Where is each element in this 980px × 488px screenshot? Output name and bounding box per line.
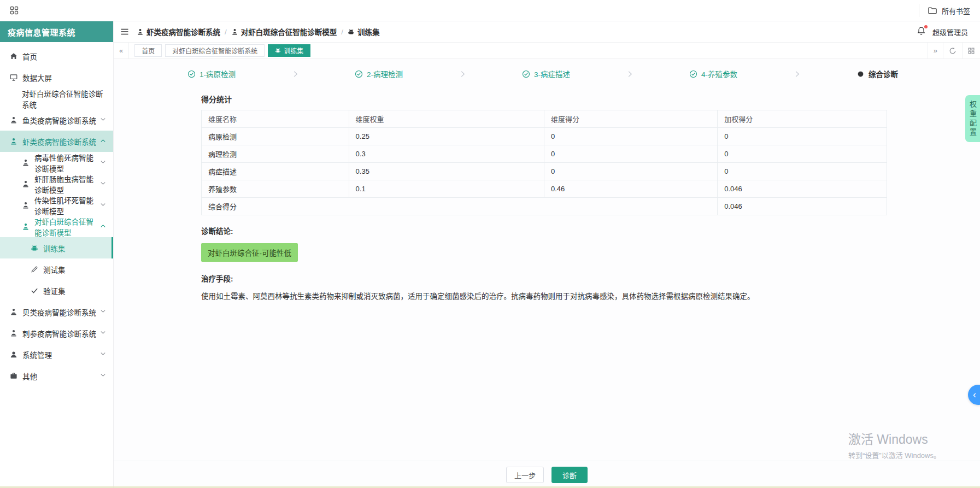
chevron-down-icon [99, 116, 107, 125]
sidebar-item-verify-set[interactable]: 验证集 [0, 280, 113, 301]
layout-grid-icon[interactable] [962, 43, 980, 58]
sidebar-item-wssv-model[interactable]: 对虾白斑综合征智能诊断模型 [0, 216, 113, 237]
notification-badge [924, 25, 928, 28]
tabbar-tools: » [928, 43, 980, 58]
sidebar-item-label: 对虾白斑综合征智能诊断系统 [22, 88, 107, 110]
breadcrumb-label: 训练集 [357, 26, 380, 37]
breadcrumb-item[interactable]: 对虾白斑综合征智能诊断模型 [231, 26, 337, 37]
step-arrow-icon [403, 69, 522, 79]
sidebar-item-other[interactable]: 其他 [0, 365, 113, 386]
model-icon [137, 28, 144, 36]
step-4-养殖参数[interactable]: 4-养殖参数 [689, 68, 737, 79]
chevron-down-icon [99, 308, 107, 316]
collapse-menu-icon[interactable] [120, 28, 129, 36]
score-cell: 0 [718, 145, 887, 163]
model-icon [22, 223, 30, 231]
tab-对虾白斑综合征智能诊断系统[interactable]: 对虾白斑综合征智能诊断系统 [165, 44, 265, 57]
step-label: 综合诊断 [868, 68, 898, 79]
table-row: 病理检测0.300 [202, 145, 887, 163]
score-cell: 0.046 [718, 180, 887, 198]
chevron-down-icon [99, 201, 107, 210]
sidebar-menu: 首页数据大屏对虾白斑综合征智能诊断系统鱼类疫病智能诊断系统虾类疫病智能诊断系统病… [0, 42, 113, 488]
step-arrow-icon [236, 69, 355, 79]
current-user[interactable]: 超级管理员 [932, 27, 968, 37]
sidebar-item-shellfish-system[interactable]: 贝类疫病智能诊断系统 [0, 301, 113, 322]
content: 1-病原检测2-病理检测3-病症描述4-养殖参数综合诊断 得分统计 维度名称维度… [114, 59, 980, 488]
sidebar-item-imn-model[interactable]: 传染性肌坏死智能诊断模型 [0, 195, 113, 216]
breadcrumb-item[interactable]: 训练集 [348, 26, 380, 37]
step-check-icon [187, 70, 196, 78]
diagnosis-result-badge: 对虾白斑综合征-可能性低 [201, 243, 298, 262]
chevron-down-icon [99, 158, 107, 167]
wizard-steps: 1-病原检测2-病理检测3-病症描述4-养殖参数综合诊断 [114, 59, 980, 84]
home-icon [10, 52, 17, 60]
step-check-icon [355, 70, 363, 78]
step-label: 2-病理检测 [367, 68, 403, 79]
model-icon [231, 28, 238, 36]
sidebar-item-ehp-model[interactable]: 虾肝肠胞虫病智能诊断模型 [0, 173, 113, 195]
tab-label: 首页 [142, 46, 155, 55]
sidebar-item-seacucumber-system[interactable]: 刺参疫病智能诊断系统 [0, 322, 113, 344]
notifications-bell-icon[interactable] [917, 26, 926, 38]
table-row-total: 综合得分0.046 [202, 198, 887, 215]
sidebar-item-viral-covert-model[interactable]: 病毒性偷死病智能诊断模型 [0, 152, 113, 173]
step-check-icon [689, 70, 697, 78]
sidebar-item-fish-system[interactable]: 鱼类疫病智能诊断系统 [0, 109, 113, 131]
model-icon [22, 159, 30, 167]
sidebar-item-shrimp-system[interactable]: 虾类疫病智能诊断系统 [0, 131, 113, 152]
sidebar-item-data-screen[interactable]: 数据大屏 [0, 67, 113, 88]
previous-step-button[interactable]: 上一步 [506, 467, 544, 483]
sidebar-item-label: 验证集 [43, 285, 66, 296]
sidebar-item-label: 训练集 [43, 243, 66, 254]
weight-config-label: 权重配置 [967, 101, 978, 138]
panel-toggle-button[interactable]: ‹ [968, 385, 980, 405]
score-table-header: 维度名称维度权重维度得分加权得分 [202, 110, 887, 128]
weight-config-tab[interactable]: 权重配置 [965, 95, 980, 142]
all-bookmarks[interactable]: 所有书签 [919, 4, 970, 17]
breadcrumb-item[interactable]: 虾类疫病智能诊断系统 [137, 26, 220, 37]
chevron-down-icon [99, 329, 107, 338]
folder-icon [928, 7, 937, 14]
step-1-病原检测[interactable]: 1-病原检测 [187, 68, 236, 79]
tabs-scroll-left-icon[interactable]: « [114, 43, 129, 58]
sidebar-item-label: 贝类疫病智能诊断系统 [22, 307, 96, 318]
model-icon [10, 308, 17, 316]
windows-watermark: 激活 Windows 转到“设置”以激活 Windows。 [848, 429, 941, 460]
score-col-header: 维度名称 [202, 110, 349, 128]
sidebar-item-system-admin[interactable]: 系统管理 [0, 344, 113, 365]
tab-groups-icon[interactable] [10, 6, 19, 15]
step-综合诊断[interactable]: 综合诊断 [856, 68, 898, 79]
open-tabs: 首页对虾白斑综合征智能诊断系统训练集 [129, 44, 316, 57]
tabs-scroll-right-icon[interactable]: » [928, 43, 943, 58]
step-label: 4-养殖参数 [701, 68, 737, 79]
sidebar-item-label: 鱼类疫病智能诊断系统 [22, 115, 96, 126]
refresh-icon[interactable] [943, 43, 962, 58]
step-check-icon [522, 70, 530, 78]
step-label: 3-病症描述 [534, 68, 570, 79]
model-icon [22, 180, 30, 188]
sidebar-item-test-set[interactable]: 测试集 [0, 258, 113, 280]
sidebar-item-label: 测试集 [43, 264, 66, 275]
watermark-line1: 激活 Windows [848, 429, 941, 448]
breadcrumb-separator: / [225, 28, 227, 36]
sidebar-item-training-set[interactable]: 训练集 [0, 237, 113, 258]
diagnose-button[interactable]: 诊断 [551, 467, 588, 483]
sidebar-item-label: 对虾白斑综合征智能诊断模型 [34, 216, 99, 238]
model-icon [10, 116, 17, 124]
screen-icon [10, 74, 17, 81]
tab-首页[interactable]: 首页 [134, 44, 162, 57]
user-icon [10, 351, 17, 358]
main: 虾类疫病智能诊断系统/对虾白斑综合征智能诊断模型/训练集 超级管理员 « 首页对… [114, 21, 980, 488]
step-2-病理检测[interactable]: 2-病理检测 [355, 68, 403, 79]
sidebar-item-home[interactable]: 首页 [0, 45, 113, 67]
robot-icon [31, 244, 38, 252]
app-title: 疫病信息管理系统 [0, 21, 113, 42]
breadcrumb: 虾类疫病智能诊断系统/对虾白斑综合征智能诊断模型/训练集 [137, 26, 380, 37]
result-section: 得分统计 维度名称维度权重维度得分加权得分 病原检测0.2500病理检测0.30… [114, 84, 980, 303]
sidebar-item-label: 系统管理 [22, 349, 52, 360]
step-3-病症描述[interactable]: 3-病症描述 [522, 68, 570, 79]
sidebar-item-wssv-system[interactable]: 对虾白斑综合征智能诊断系统 [0, 88, 113, 109]
table-row: 病原检测0.2500 [202, 128, 887, 145]
screen: 所有书签 疫病信息管理系统 首页数据大屏对虾白斑综合征智能诊断系统鱼类疫病智能诊… [0, 0, 980, 488]
tab-训练集[interactable]: 训练集 [268, 44, 310, 57]
